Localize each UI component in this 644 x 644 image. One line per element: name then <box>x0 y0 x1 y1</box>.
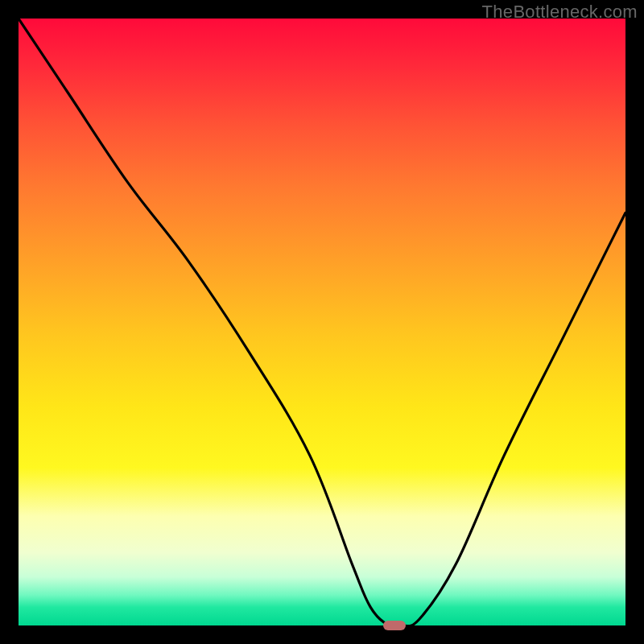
watermark-text: TheBottleneck.com <box>482 2 638 23</box>
chart-plot-area <box>19 19 625 625</box>
bottleneck-curve <box>19 19 625 625</box>
optimal-marker <box>383 621 406 630</box>
